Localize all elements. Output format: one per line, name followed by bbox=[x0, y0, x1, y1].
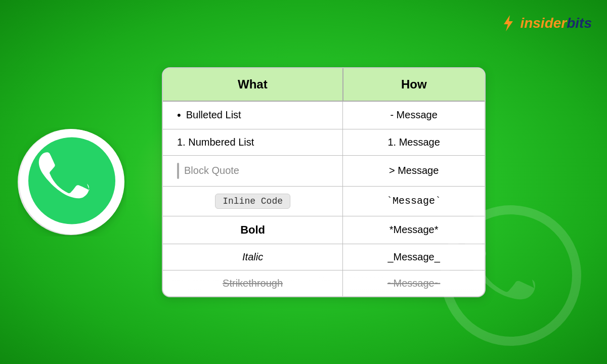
what-cell-bullet: • Bulleted List bbox=[163, 101, 343, 129]
numbered-label: 1. Numbered List bbox=[177, 136, 254, 148]
table-header-row: What How bbox=[163, 68, 485, 101]
table-row: Strikethrough ~Message~ bbox=[163, 270, 485, 296]
italic-label: Italic bbox=[242, 251, 263, 262]
bullet-dot: • bbox=[177, 109, 181, 122]
what-cell-strikethrough: Strikethrough bbox=[163, 270, 343, 296]
bold-label: Bold bbox=[240, 223, 265, 236]
what-cell-bold: Bold bbox=[163, 216, 343, 244]
how-cell-strikethrough: ~Message~ bbox=[343, 270, 485, 296]
strikethrough-label: Strikethrough bbox=[223, 278, 283, 289]
how-cell-blockquote: > Message bbox=[343, 155, 485, 186]
what-cell-italic: Italic bbox=[163, 244, 343, 270]
col-how-header: How bbox=[343, 68, 485, 101]
what-cell-blockquote: Block Quote bbox=[163, 155, 343, 186]
what-cell-numbered: 1. Numbered List bbox=[163, 129, 343, 155]
svg-point-4 bbox=[28, 138, 115, 224]
brand-name-suffix: bits bbox=[567, 15, 592, 31]
what-cell-inline-code: Inline Code bbox=[163, 186, 343, 216]
lightning-icon bbox=[499, 14, 517, 32]
inline-code-badge: Inline Code bbox=[215, 194, 290, 209]
blockquote-label: Block Quote bbox=[184, 165, 239, 176]
brand-logo: insiderbits bbox=[499, 14, 592, 32]
table-row: Block Quote > Message bbox=[163, 155, 485, 186]
col-what-header: What bbox=[163, 68, 343, 101]
bullet-label: Bulleted List bbox=[186, 109, 241, 121]
how-cell-bullet: - Message bbox=[343, 101, 485, 129]
table-row: • Bulleted List - Message bbox=[163, 101, 485, 129]
brand-name-prefix: insider bbox=[520, 15, 567, 31]
table-row: 1. Numbered List 1. Message bbox=[163, 129, 485, 155]
how-cell-numbered: 1. Message bbox=[343, 129, 485, 155]
svg-marker-0 bbox=[504, 15, 513, 31]
brand-name: insiderbits bbox=[520, 15, 592, 31]
whatsapp-logo-main bbox=[18, 128, 126, 237]
blockquote-bar bbox=[177, 163, 179, 179]
